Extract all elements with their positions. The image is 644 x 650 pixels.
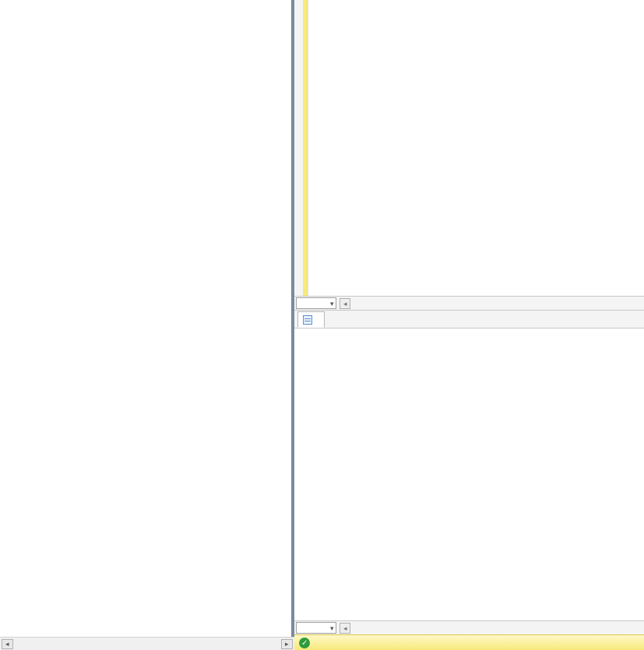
messages-zoom-select[interactable]: ▾	[296, 622, 336, 634]
sql-editor[interactable]	[294, 0, 644, 296]
chevron-down-icon: ▾	[330, 624, 334, 632]
tree-hscrollbar[interactable]: ◂ ▸	[0, 637, 294, 650]
messages-panel[interactable]	[294, 329, 644, 620]
success-icon: ✓	[299, 638, 310, 648]
scroll-left-icon[interactable]: ◂	[340, 623, 350, 634]
object-explorer-tree[interactable]	[0, 0, 294, 650]
chevron-down-icon: ▾	[330, 300, 334, 307]
scroll-left-icon[interactable]: ◂	[2, 639, 13, 649]
scroll-right-icon[interactable]: ▸	[281, 639, 293, 649]
tab-messages[interactable]	[297, 311, 325, 328]
editor-gutter	[294, 0, 308, 296]
scroll-left-icon[interactable]: ◂	[340, 298, 350, 309]
messages-zoom-bar: ▾ ◂	[294, 620, 644, 634]
editor-zoom-bar: ▾ ◂	[294, 296, 644, 310]
results-tabbar	[294, 310, 644, 329]
status-bar: ✓	[294, 634, 644, 650]
messages-icon	[303, 315, 312, 325]
sql-code-area[interactable]	[308, 0, 644, 296]
editor-zoom-select[interactable]: ▾	[296, 297, 336, 309]
